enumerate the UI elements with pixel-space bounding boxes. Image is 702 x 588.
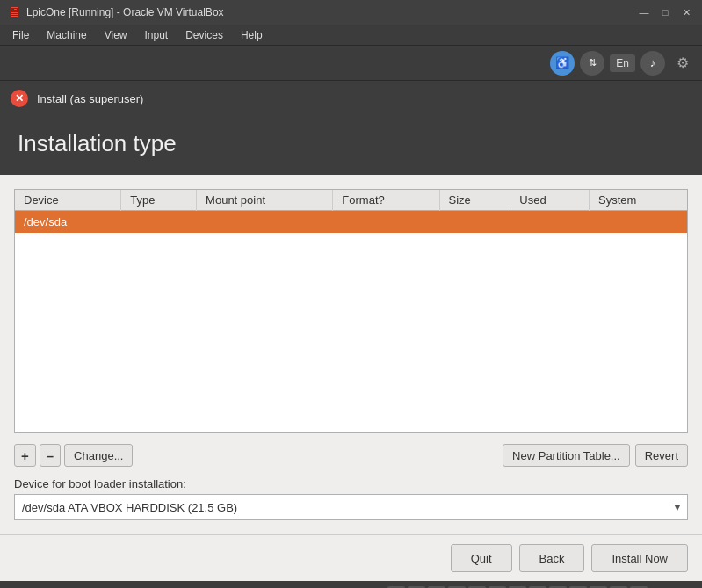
close-window-button[interactable]: ✕ — [677, 4, 695, 21]
partition-table-container: Device Type Mount point Format? Size Use… — [14, 189, 688, 433]
table-actions: + – Change... New Partition Table... Rev… — [14, 444, 688, 467]
language-indicator[interactable]: En — [610, 54, 635, 72]
cell-system — [589, 211, 687, 234]
main-window: ✕ Install (as superuser) Installation ty… — [0, 81, 702, 581]
new-partition-table-button[interactable]: New Partition Table... — [503, 444, 630, 467]
menu-help[interactable]: Help — [232, 27, 271, 43]
menu-view[interactable]: View — [96, 27, 136, 43]
back-button[interactable]: Back — [519, 544, 585, 572]
bottom-buttons: Quit Back Install Now — [0, 534, 702, 581]
minimize-button[interactable]: — — [635, 4, 653, 21]
keyboard-layout-icon[interactable]: ⇅ — [580, 51, 604, 76]
titlebar-controls: — □ ✕ — [635, 4, 695, 21]
bootloader-section: Device for boot loader installation: /de… — [14, 477, 688, 520]
accessibility-icon[interactable]: ♿ — [550, 51, 575, 76]
menu-machine[interactable]: Machine — [38, 27, 95, 43]
cell-size — [439, 211, 510, 234]
col-mount-point: Mount point — [197, 190, 333, 211]
remove-partition-button[interactable]: – — [40, 444, 61, 467]
quit-button[interactable]: Quit — [451, 544, 512, 572]
col-type: Type — [121, 190, 197, 211]
content-area: Device Type Mount point Format? Size Use… — [0, 175, 702, 534]
menu-devices[interactable]: Devices — [177, 27, 232, 43]
titlebar-title: LpicOne [Running] - Oracle VM VirtualBox — [26, 6, 630, 18]
cell-device: /dev/sda — [15, 211, 121, 234]
titlebar: 🖥 LpicOne [Running] - Oracle VM VirtualB… — [0, 0, 702, 25]
dialog-title: Install (as superuser) — [37, 92, 143, 105]
table-row[interactable]: /dev/sda — [15, 211, 687, 234]
cell-mount-point — [197, 211, 333, 234]
table-actions-left: + – Change... — [14, 444, 133, 467]
taskbar: ⊞ ◉ ↕ ⚙ 📁 □ ◈ ▣ ▦ ⊕ ◆ ★ ⬛ Right Ctrl — [0, 581, 702, 588]
titlebar-icon: 🖥 — [7, 4, 21, 20]
page-title-section: Installation type — [0, 116, 702, 175]
partition-table: Device Type Mount point Format? Size Use… — [15, 190, 687, 233]
menubar: File Machine View Input Devices Help — [0, 25, 702, 46]
dialog-close-button[interactable]: ✕ — [11, 90, 28, 107]
maximize-button[interactable]: □ — [656, 4, 674, 21]
col-format: Format? — [333, 190, 439, 211]
col-used: Used — [510, 190, 590, 211]
volume-icon[interactable]: ♪ — [640, 51, 665, 76]
change-partition-button[interactable]: Change... — [64, 444, 133, 467]
systemtray: ♿ ⇅ En ♪ ⚙ — [0, 46, 702, 81]
add-partition-button[interactable]: + — [14, 444, 36, 467]
bootloader-select-wrapper: /dev/sda ATA VBOX HARDDISK (21.5 GB) ▼ — [14, 494, 688, 520]
col-device: Device — [15, 190, 121, 211]
install-now-button[interactable]: Install Now — [591, 544, 688, 572]
settings-icon[interactable]: ⚙ — [670, 51, 695, 76]
revert-button[interactable]: Revert — [635, 444, 688, 467]
col-size: Size — [439, 190, 510, 211]
menu-file[interactable]: File — [4, 27, 38, 43]
table-actions-right: New Partition Table... Revert — [503, 444, 688, 467]
cell-used — [510, 211, 590, 234]
page-title: Installation type — [18, 130, 684, 157]
menu-input[interactable]: Input — [136, 27, 177, 43]
cell-type — [121, 211, 197, 234]
bootloader-select[interactable]: /dev/sda ATA VBOX HARDDISK (21.5 GB) — [14, 494, 688, 520]
cell-format — [333, 211, 439, 234]
header-bar: ✕ Install (as superuser) — [0, 81, 702, 116]
col-system: System — [589, 190, 687, 211]
bootloader-label: Device for boot loader installation: — [14, 477, 688, 490]
table-header-row: Device Type Mount point Format? Size Use… — [15, 190, 687, 211]
